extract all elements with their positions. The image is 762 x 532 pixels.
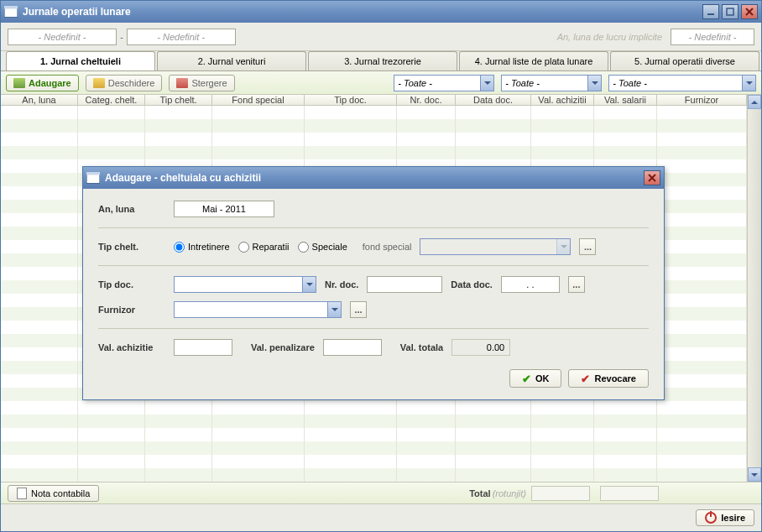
minimize-button[interactable] xyxy=(702,4,719,19)
table-row[interactable] xyxy=(1,106,747,119)
folder-open-icon xyxy=(93,78,105,88)
app-icon xyxy=(4,6,18,18)
col-datadoc[interactable]: Data doc. xyxy=(456,95,531,105)
table-row[interactable] xyxy=(1,468,747,482)
datadoc-picker-button[interactable]: ... xyxy=(568,276,585,293)
svg-rect-0 xyxy=(4,8,18,17)
close-button[interactable] xyxy=(741,4,758,19)
table-row[interactable] xyxy=(1,415,747,428)
furnizor-browse-button[interactable]: ... xyxy=(350,301,367,318)
datadoc-label: Data doc. xyxy=(451,279,493,289)
dialog-close-button[interactable] xyxy=(644,170,660,185)
col-furnizor[interactable]: Furnizor xyxy=(657,95,747,105)
open-button[interactable]: Deschidere xyxy=(86,75,163,91)
scroll-up-button[interactable] xyxy=(748,95,761,109)
folder-delete-icon xyxy=(176,78,188,88)
filter-1-dropdown[interactable]: - Toate - xyxy=(394,75,494,91)
col-fond[interactable]: Fond special xyxy=(212,95,305,105)
default-period-combo[interactable]: - Nedefinit - xyxy=(671,29,754,45)
col-tipdoc[interactable]: Tip doc. xyxy=(305,95,397,105)
col-valsal[interactable]: Val. salarii xyxy=(594,95,657,105)
chevron-down-icon xyxy=(556,239,570,254)
maximize-button[interactable] xyxy=(722,4,739,19)
fondspecial-label: fond special xyxy=(363,242,412,252)
valpen-field[interactable] xyxy=(323,339,382,356)
dialog-title: Adaugare - cheltuiala cu achizitii xyxy=(105,172,644,184)
svg-rect-1 xyxy=(4,6,18,8)
filter-3-dropdown[interactable]: - Toate - xyxy=(608,75,756,91)
anluna-field[interactable] xyxy=(174,201,274,217)
tipdoc-label: Tip doc. xyxy=(98,279,165,289)
period-hint: An, luna de lucru implicite xyxy=(557,32,662,42)
nota-contabila-button[interactable]: Nota contabila xyxy=(8,485,99,502)
vertical-scrollbar[interactable] xyxy=(747,95,761,482)
tab-liste-plata[interactable]: 4. Jurnal liste de plata lunare xyxy=(459,51,608,70)
nrdoc-field[interactable] xyxy=(367,276,442,293)
valpen-label: Val. penalizare xyxy=(251,342,315,352)
period-to-combo[interactable]: - Nedefinit - xyxy=(127,29,236,45)
folder-add-icon xyxy=(13,78,25,88)
col-categ[interactable]: Categ. chelt. xyxy=(78,95,145,105)
summary-bar: Nota contabila Total (rotunjit) xyxy=(1,482,761,504)
col-valach[interactable]: Val. achizitii xyxy=(531,95,594,105)
tab-cheltuieli[interactable]: 1. Jurnal cheltuieli xyxy=(6,51,155,70)
valach-field[interactable] xyxy=(174,339,232,356)
furnizor-label: Furnizor xyxy=(98,305,165,315)
chevron-down-icon[interactable] xyxy=(327,302,341,317)
top-filter-bar: - Nedefinit - - - Nedefinit - An, luna d… xyxy=(1,23,761,51)
power-icon xyxy=(705,512,717,524)
valach-label: Val. achizitie xyxy=(98,342,165,352)
fondspecial-browse-button[interactable]: ... xyxy=(579,238,596,255)
document-icon xyxy=(17,488,27,499)
total-label: Total xyxy=(469,488,490,498)
cancel-button[interactable]: ✔Revocare xyxy=(568,369,649,388)
chevron-down-icon[interactable] xyxy=(587,76,601,91)
add-dialog: Adaugare - cheltuiala cu achizitii An, l… xyxy=(82,166,665,400)
radio-speciale[interactable]: Speciale xyxy=(298,242,347,253)
table-row[interactable] xyxy=(1,455,747,468)
table-row[interactable] xyxy=(1,441,747,455)
tipdoc-dropdown[interactable] xyxy=(174,276,316,293)
toolbar: Adaugare Deschidere Stergere - Toate - -… xyxy=(1,71,761,95)
col-nrdoc[interactable]: Nr. doc. xyxy=(397,95,456,105)
datadoc-field[interactable] xyxy=(501,276,560,293)
scroll-down-button[interactable] xyxy=(748,467,761,482)
svg-rect-7 xyxy=(86,172,100,175)
tipchelt-label: Tip chelt. xyxy=(98,242,165,252)
action-bar: Iesire xyxy=(1,504,761,531)
svg-rect-3 xyxy=(727,8,733,15)
chevron-down-icon[interactable] xyxy=(302,277,316,292)
exit-button[interactable]: Iesire xyxy=(696,509,754,526)
delete-button[interactable]: Stergere xyxy=(169,75,234,91)
tab-diverse[interactable]: 5. Jurnal operatii diverse xyxy=(610,51,759,70)
tab-trezorerie[interactable]: 3. Jurnal trezorerie xyxy=(308,51,457,70)
rotunjit-label: (rotunjit) xyxy=(493,488,526,498)
check-icon: ✔ xyxy=(522,373,531,385)
fondspecial-dropdown xyxy=(420,238,571,255)
dash-separator: - xyxy=(120,32,123,42)
table-row[interactable] xyxy=(1,401,747,415)
scroll-track[interactable] xyxy=(748,109,761,467)
radio-reparatii[interactable]: Reparatii xyxy=(238,242,290,253)
filter-2-dropdown[interactable]: - Toate - xyxy=(501,75,602,91)
anluna-label: An, luna xyxy=(98,204,165,214)
x-icon: ✔ xyxy=(581,373,590,385)
furnizor-dropdown[interactable] xyxy=(174,301,342,318)
valtot-label: Val. totala xyxy=(400,342,443,352)
journal-tabs: 1. Jurnal cheltuieli 2. Jurnal venituri … xyxy=(1,51,761,71)
table-row[interactable] xyxy=(1,146,747,159)
table-row[interactable] xyxy=(1,428,747,441)
add-button[interactable]: Adaugare xyxy=(6,75,79,91)
svg-rect-6 xyxy=(86,174,100,183)
col-anluna[interactable]: An, luna xyxy=(1,95,78,105)
radio-intretinere[interactable]: Intretinere xyxy=(174,242,230,253)
chevron-down-icon[interactable] xyxy=(742,76,755,91)
chevron-down-icon[interactable] xyxy=(480,76,493,91)
tab-venituri[interactable]: 2. Jurnal venituri xyxy=(157,51,306,70)
table-row[interactable] xyxy=(1,119,747,133)
ok-button[interactable]: ✔OK xyxy=(509,369,562,388)
col-tipchelt[interactable]: Tip chelt. xyxy=(145,95,212,105)
dialog-titlebar: Adaugare - cheltuiala cu achizitii xyxy=(83,167,664,189)
period-from-combo[interactable]: - Nedefinit - xyxy=(8,29,117,45)
table-row[interactable] xyxy=(1,133,747,146)
